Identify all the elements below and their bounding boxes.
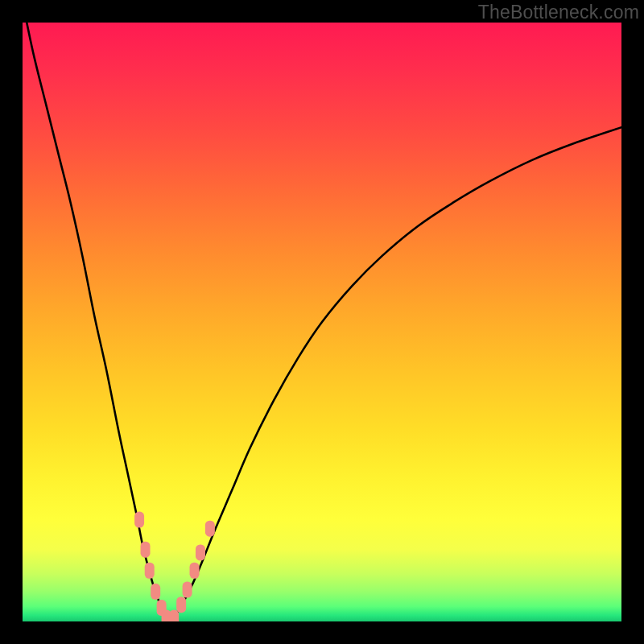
curves-svg xyxy=(23,23,621,621)
curve-marker xyxy=(169,610,179,621)
curve-marker xyxy=(183,582,192,598)
curve-marker xyxy=(176,597,186,613)
curve-marker xyxy=(145,563,155,579)
chart-frame: TheBottleneck.com xyxy=(0,0,644,644)
curve-marker xyxy=(205,521,215,537)
curve-marker xyxy=(196,544,205,560)
plot-area xyxy=(23,23,621,621)
curve-markers xyxy=(134,512,215,621)
curve-marker xyxy=(151,584,160,600)
right-curve xyxy=(169,127,621,619)
left-curve xyxy=(27,23,169,619)
watermark-text: TheBottleneck.com xyxy=(478,2,639,23)
curve-marker xyxy=(134,512,144,528)
curve-marker xyxy=(190,563,200,579)
curve-marker xyxy=(141,542,151,558)
